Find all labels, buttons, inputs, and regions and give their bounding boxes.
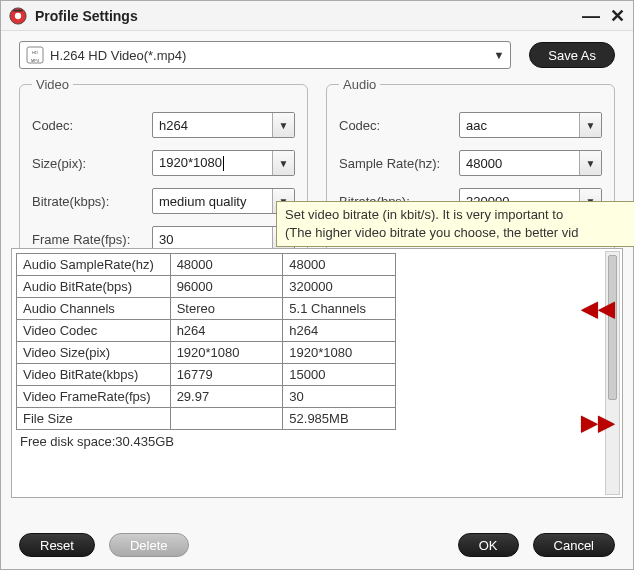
reset-button[interactable]: Reset xyxy=(19,533,95,557)
profile-format-icon: HDMP4 xyxy=(26,46,44,64)
chevron-down-icon: ▼ xyxy=(272,113,294,137)
table-cell-label: Audio SampleRate(hz) xyxy=(17,254,171,276)
titlebar: Profile Settings — ✕ xyxy=(1,1,633,31)
table-row: Audio SampleRate(hz)4800048000 xyxy=(17,254,396,276)
table-cell-value: 96000 xyxy=(170,276,283,298)
table-cell-label: Video Size(pix) xyxy=(17,342,171,364)
table-row: Video Size(pix)1920*10801920*1080 xyxy=(17,342,396,364)
bottom-bar: Reset Delete OK Cancel xyxy=(1,533,633,557)
next-profile-button[interactable]: ▶▶ xyxy=(581,410,615,436)
table-cell-value: 52.985MB xyxy=(283,408,396,430)
chevron-down-icon: ▼ xyxy=(272,151,294,175)
bitrate-tooltip: Set video bitrate (in kbit/s). It is ver… xyxy=(276,201,634,247)
chevron-down-icon: ▼ xyxy=(579,113,601,137)
video-panel-legend: Video xyxy=(32,77,73,92)
table-cell-value: 29.97 xyxy=(170,386,283,408)
table-cell-value: 1920*1080 xyxy=(170,342,283,364)
table-cell-label: Audio Channels xyxy=(17,298,171,320)
table-cell-value: 320000 xyxy=(283,276,396,298)
svg-point-1 xyxy=(15,12,21,18)
close-button[interactable]: ✕ xyxy=(610,7,625,25)
table-row: Audio BitRate(bps)96000320000 xyxy=(17,276,396,298)
video-bitrate-label: Bitrate(kbps): xyxy=(32,194,152,209)
audio-panel-legend: Audio xyxy=(339,77,380,92)
profile-select[interactable]: HDMP4 H.264 HD Video(*.mp4) ▼ xyxy=(19,41,511,69)
table-cell-value: h264 xyxy=(170,320,283,342)
video-bitrate-select[interactable]: medium quality ▼ xyxy=(152,188,295,214)
table-cell-value: 48000 xyxy=(170,254,283,276)
audio-codec-label: Codec: xyxy=(339,118,459,133)
table-cell-label: Video FrameRate(fps) xyxy=(17,386,171,408)
ok-button[interactable]: OK xyxy=(458,533,519,557)
video-size-label: Size(pix): xyxy=(32,156,152,171)
table-cell-label: File Size xyxy=(17,408,171,430)
video-codec-select[interactable]: h264 ▼ xyxy=(152,112,295,138)
chevron-down-icon: ▼ xyxy=(579,151,601,175)
table-cell-value: 15000 xyxy=(283,364,396,386)
profile-settings-window: Profile Settings — ✕ HDMP4 H.264 HD Vide… xyxy=(0,0,634,570)
cancel-button[interactable]: Cancel xyxy=(533,533,615,557)
table-cell-value: 5.1 Channels xyxy=(283,298,396,320)
table-cell-value xyxy=(170,408,283,430)
minimize-button[interactable]: — xyxy=(582,7,600,25)
video-panel: Video Codec: h264 ▼ Size(pix): 1920*1080… xyxy=(19,77,308,267)
audio-codec-select[interactable]: aac ▼ xyxy=(459,112,602,138)
table-cell-label: Video BitRate(kbps) xyxy=(17,364,171,386)
profile-select-value: H.264 HD Video(*.mp4) xyxy=(50,48,493,63)
table-cell-label: Audio BitRate(bps) xyxy=(17,276,171,298)
video-codec-label: Codec: xyxy=(32,118,152,133)
table-cell-value: 48000 xyxy=(283,254,396,276)
table-cell-value: 30 xyxy=(283,386,396,408)
delete-button[interactable]: Delete xyxy=(109,533,189,557)
table-cell-value: 1920*1080 xyxy=(283,342,396,364)
table-cell-value: h264 xyxy=(283,320,396,342)
svg-text:HD: HD xyxy=(32,50,38,55)
table-row: Video Codech264h264 xyxy=(17,320,396,342)
svg-rect-2 xyxy=(14,9,23,11)
app-icon xyxy=(9,7,27,25)
window-title: Profile Settings xyxy=(35,8,572,24)
table-row: Video BitRate(kbps)1677915000 xyxy=(17,364,396,386)
audio-samplerate-label: Sample Rate(hz): xyxy=(339,156,459,171)
table-cell-value: 16779 xyxy=(170,364,283,386)
video-size-select[interactable]: 1920*1080 ▼ xyxy=(152,150,295,176)
video-framerate-label: Frame Rate(fps): xyxy=(32,232,152,247)
save-as-button[interactable]: Save As xyxy=(529,42,615,68)
audio-samplerate-select[interactable]: 48000 ▼ xyxy=(459,150,602,176)
table-cell-value: Stereo xyxy=(170,298,283,320)
comparison-table-wrap: Audio SampleRate(hz)4800048000Audio BitR… xyxy=(11,248,623,498)
prev-profile-button[interactable]: ◀◀ xyxy=(581,296,615,322)
comparison-table: Audio SampleRate(hz)4800048000Audio BitR… xyxy=(16,253,396,430)
table-cell-label: Video Codec xyxy=(17,320,171,342)
dropdown-arrow-icon: ▼ xyxy=(493,49,504,61)
free-space-text: Free disk space:30.435GB xyxy=(16,432,604,451)
table-row: Video FrameRate(fps)29.9730 xyxy=(17,386,396,408)
table-row: Audio ChannelsStereo5.1 Channels xyxy=(17,298,396,320)
table-row: File Size52.985MB xyxy=(17,408,396,430)
svg-text:MP4: MP4 xyxy=(31,58,40,63)
